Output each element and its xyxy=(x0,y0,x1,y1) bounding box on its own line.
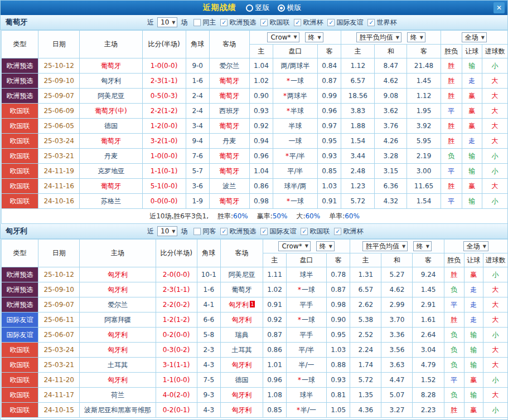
competition-badge: 欧国联 xyxy=(2,164,38,179)
recent-count-select[interactable]: 10▼ xyxy=(157,17,177,27)
odds-home: 0.90 xyxy=(249,89,273,104)
odds-away: 0.87 xyxy=(327,282,350,297)
filter-checkbox[interactable]: 同主 xyxy=(193,18,216,27)
home-team: 匈牙利 xyxy=(80,282,156,297)
summary-stat: 单率:60% xyxy=(329,212,360,221)
handicap-result: 输 xyxy=(462,58,482,74)
odds-home: 0.96 xyxy=(249,149,273,164)
avg-stage-select[interactable]: 终▼ xyxy=(407,32,425,42)
layout-radio-vertical[interactable]: 竖版 xyxy=(246,3,270,13)
filter-checkbox[interactable]: ✓国际友谊 xyxy=(260,227,296,236)
col-avg-draw: 和 xyxy=(375,45,407,58)
match-date: 25-06-07 xyxy=(38,328,80,343)
odds-away: 0.97 xyxy=(318,119,341,134)
avg-away: 1.12 xyxy=(407,89,441,104)
company-select[interactable]: Crow*▼ xyxy=(267,32,299,42)
checkbox-label: 欧洲预选 xyxy=(229,18,256,27)
filter-checkbox[interactable]: 同客 xyxy=(193,227,216,236)
section-portugal: 葡萄牙 近10▼场同主✓欧洲预选✓欧国联✓欧洲杯✓国际友谊✓世界杯 类型 日期 … xyxy=(1,15,507,224)
result: 胜 xyxy=(441,89,462,104)
handicap-result: 输 xyxy=(464,388,483,403)
match-row: 欧洲预选25-09-10匈牙利2-3(1-1)1-6葡萄牙1.02*一球0.87… xyxy=(2,74,508,89)
goals-result: 大 xyxy=(482,74,507,89)
score: 2-2(1-2) xyxy=(142,104,186,119)
wdl-avg-select[interactable]: 胜平负均值▼ xyxy=(362,241,408,251)
score: 1-0(0-0) xyxy=(142,58,186,74)
avg-home: 5.38 xyxy=(350,312,381,328)
goals-result: 大 xyxy=(482,179,507,194)
avg-draw: 3.62 xyxy=(375,104,407,119)
avg-away: 3.00 xyxy=(407,164,441,179)
col-handicap: 盘口 xyxy=(273,45,317,58)
avg-home: 5.72 xyxy=(341,194,375,209)
match-date: 25-09-10 xyxy=(38,74,80,89)
scope-group-header: 全场▼ xyxy=(441,31,507,45)
competition-badge: 欧国联 xyxy=(2,343,38,358)
asterisk-mark: * xyxy=(298,376,301,384)
goals-result: 大 xyxy=(482,134,507,149)
col-result: 胜负 xyxy=(444,253,464,267)
match-date: 24-11-19 xyxy=(38,164,80,179)
handicap: 一球 xyxy=(273,134,317,149)
chevron-down-icon: ▼ xyxy=(318,35,321,40)
odds-home: 0.91 xyxy=(263,297,286,312)
odds-stage-select[interactable]: 终▼ xyxy=(316,241,335,251)
away-team: 土耳其 xyxy=(220,343,263,358)
handicap-result: 走 xyxy=(464,282,483,297)
result: 负 xyxy=(444,388,464,403)
competition-badge: 欧洲预选 xyxy=(2,267,38,282)
scope-select[interactable]: 全场▼ xyxy=(462,32,487,42)
avg-stage-select[interactable]: 终▼ xyxy=(413,241,432,251)
filter-checkbox[interactable]: ✓世界杯 xyxy=(367,18,396,27)
layout-radio-horizontal[interactable]: 横版 xyxy=(278,3,302,13)
avg-home: 1.23 xyxy=(341,179,375,194)
avg-home: 2.52 xyxy=(350,328,381,343)
close-icon[interactable]: ✕ xyxy=(494,2,505,13)
competition-badge: 欧国联 xyxy=(2,358,38,373)
filter-checkbox[interactable]: ✓欧洲预选 xyxy=(220,227,256,236)
company-select[interactable]: Crow*▼ xyxy=(278,241,310,251)
recent-label: 近 xyxy=(147,227,154,236)
handicap: *一球 xyxy=(273,194,317,209)
handicap: 球半 xyxy=(287,267,327,282)
asterisk-mark: * xyxy=(287,77,290,85)
filter-checkbox[interactable]: ✓欧国联 xyxy=(260,18,289,27)
match-row: 欧国联24-11-16葡萄牙5-1(0-0)3-6波兰0.86球半/两1.031… xyxy=(2,179,508,194)
section-header: 匈牙利 近10▼场同客✓欧洲预选✓国际友谊✓欧国联✓欧洲杯 xyxy=(1,224,507,239)
summary-text: 近10场,胜6平3负1, xyxy=(149,212,209,221)
score: 2-3(1-1) xyxy=(142,74,186,89)
corners: 5-8 xyxy=(197,328,220,343)
goals-result: 小 xyxy=(483,328,507,343)
filter-checkbox[interactable]: ✓欧国联 xyxy=(301,227,330,236)
odds-stage-select[interactable]: 终▼ xyxy=(305,32,323,42)
filter-checkbox[interactable]: ✓欧洲杯 xyxy=(334,227,363,236)
match-date: 25-03-24 xyxy=(38,134,80,149)
corners: 1-6 xyxy=(186,74,209,89)
checkbox-icon: ✓ xyxy=(260,228,268,235)
odds-home: 1.02 xyxy=(263,282,286,297)
avg-home: 3.44 xyxy=(341,149,375,164)
col-away: 客场 xyxy=(209,31,249,58)
goals-result: 大 xyxy=(483,388,507,403)
handicap-result: 输 xyxy=(462,194,482,209)
filter-checkbox[interactable]: ✓欧洲预选 xyxy=(220,18,256,27)
match-row: 欧国联24-10-16苏格兰0-0(0-0)1-9葡萄牙0.98*一球0.915… xyxy=(2,194,508,209)
filter-checkbox[interactable]: ✓国际友谊 xyxy=(327,18,363,27)
scope-select[interactable]: 全场▼ xyxy=(463,241,488,251)
avg-away: 9.24 xyxy=(413,267,444,282)
filter-checkbox[interactable]: ✓欧洲杯 xyxy=(294,18,323,27)
avg-draw: 3.70 xyxy=(381,312,413,328)
recent-unit: 场 xyxy=(181,227,187,236)
odds-away: 0.87 xyxy=(318,74,341,89)
avg-away: 8.28 xyxy=(413,388,444,403)
corners: 4-1 xyxy=(197,297,220,312)
recent-count-select[interactable]: 10▼ xyxy=(157,226,177,236)
score: 2-3(1-1) xyxy=(156,282,197,297)
match-date: 24-11-17 xyxy=(38,388,80,403)
wdl-avg-select[interactable]: 胜平负均值▼ xyxy=(356,32,401,42)
asterisk-mark: * xyxy=(287,107,290,115)
col-let-goal: 让球 xyxy=(462,45,482,58)
home-team: 匈牙利 xyxy=(80,74,142,89)
away-team: 葡萄牙 xyxy=(209,119,249,134)
avg-away: 5.95 xyxy=(407,134,441,149)
